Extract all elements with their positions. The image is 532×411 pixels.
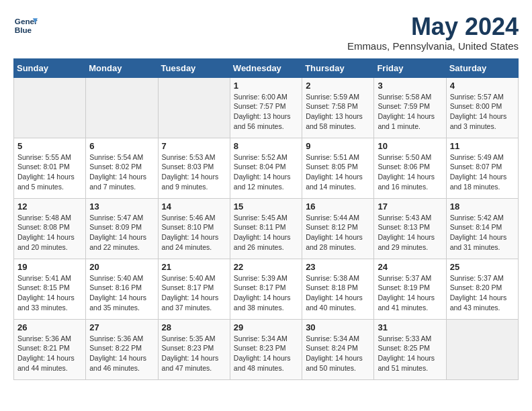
page-header: General Blue May 2024 Emmaus, Pennsylvan…	[13, 13, 519, 52]
day-info: Sunrise: 5:43 AMSunset: 8:13 PMDaylight:…	[378, 213, 442, 253]
calendar-cell: 6Sunrise: 5:54 AMSunset: 8:02 PMDaylight…	[86, 138, 158, 198]
day-number: 7	[162, 141, 226, 151]
day-info: Sunrise: 5:49 AMSunset: 8:07 PMDaylight:…	[450, 152, 515, 192]
day-info: Sunrise: 5:37 AMSunset: 8:19 PMDaylight:…	[378, 273, 442, 313]
weekday-header-monday: Monday	[86, 58, 158, 77]
day-number: 23	[306, 262, 370, 272]
day-info: Sunrise: 5:36 AMSunset: 8:21 PMDaylight:…	[17, 334, 82, 373]
day-number: 20	[89, 262, 154, 272]
day-info: Sunrise: 5:51 AMSunset: 8:05 PMDaylight:…	[306, 152, 370, 192]
day-number: 29	[234, 322, 298, 332]
day-info: Sunrise: 5:42 AMSunset: 8:14 PMDaylight:…	[450, 213, 515, 253]
day-info: Sunrise: 5:47 AMSunset: 8:09 PMDaylight:…	[89, 213, 154, 253]
weekday-header-thursday: Thursday	[302, 58, 374, 77]
calendar-cell: 1Sunrise: 6:00 AMSunset: 7:57 PMDaylight…	[230, 77, 302, 138]
day-info: Sunrise: 5:45 AMSunset: 8:11 PMDaylight:…	[234, 213, 298, 253]
svg-text:General: General	[15, 17, 38, 26]
calendar-cell: 17Sunrise: 5:43 AMSunset: 8:13 PMDayligh…	[374, 198, 446, 259]
calendar-cell: 9Sunrise: 5:51 AMSunset: 8:05 PMDaylight…	[302, 138, 374, 198]
day-info: Sunrise: 6:00 AMSunset: 7:57 PMDaylight:…	[234, 92, 298, 132]
day-info: Sunrise: 5:37 AMSunset: 8:20 PMDaylight:…	[450, 273, 515, 313]
day-info: Sunrise: 5:50 AMSunset: 8:06 PMDaylight:…	[378, 152, 442, 192]
day-number: 15	[234, 201, 298, 212]
day-number: 27	[89, 322, 154, 332]
day-number: 4	[450, 81, 515, 91]
calendar-cell: 20Sunrise: 5:40 AMSunset: 8:16 PMDayligh…	[86, 259, 158, 319]
logo: General Blue	[13, 13, 38, 38]
weekday-header-friday: Friday	[374, 58, 446, 77]
day-number: 31	[378, 322, 442, 332]
day-number: 10	[378, 141, 442, 151]
day-number: 5	[17, 141, 82, 151]
calendar-cell: 7Sunrise: 5:53 AMSunset: 8:03 PMDaylight…	[158, 138, 230, 198]
calendar-cell: 14Sunrise: 5:46 AMSunset: 8:10 PMDayligh…	[158, 198, 230, 259]
calendar-cell: 10Sunrise: 5:50 AMSunset: 8:06 PMDayligh…	[374, 138, 446, 198]
day-info: Sunrise: 5:52 AMSunset: 8:04 PMDaylight:…	[234, 152, 298, 192]
calendar-cell	[158, 77, 230, 138]
calendar-cell: 4Sunrise: 5:57 AMSunset: 8:00 PMDaylight…	[446, 77, 518, 138]
day-info: Sunrise: 5:57 AMSunset: 8:00 PMDaylight:…	[450, 92, 515, 132]
day-number: 30	[306, 322, 370, 332]
calendar-cell: 15Sunrise: 5:45 AMSunset: 8:11 PMDayligh…	[230, 198, 302, 259]
title-section: May 2024 Emmaus, Pennsylvania, United St…	[347, 13, 519, 52]
day-info: Sunrise: 5:59 AMSunset: 7:58 PMDaylight:…	[306, 92, 370, 132]
day-info: Sunrise: 5:35 AMSunset: 8:23 PMDaylight:…	[162, 334, 226, 373]
calendar-cell: 29Sunrise: 5:34 AMSunset: 8:23 PMDayligh…	[230, 319, 302, 379]
day-info: Sunrise: 5:53 AMSunset: 8:03 PMDaylight:…	[162, 152, 226, 192]
calendar-cell: 22Sunrise: 5:39 AMSunset: 8:17 PMDayligh…	[230, 259, 302, 319]
day-number: 1	[234, 81, 298, 91]
calendar-cell: 23Sunrise: 5:38 AMSunset: 8:18 PMDayligh…	[302, 259, 374, 319]
day-number: 11	[450, 141, 515, 151]
day-info: Sunrise: 5:55 AMSunset: 8:01 PMDaylight:…	[17, 152, 82, 192]
day-info: Sunrise: 5:54 AMSunset: 8:02 PMDaylight:…	[89, 152, 154, 192]
calendar-cell: 12Sunrise: 5:48 AMSunset: 8:08 PMDayligh…	[14, 198, 86, 259]
calendar-cell: 26Sunrise: 5:36 AMSunset: 8:21 PMDayligh…	[14, 319, 86, 379]
calendar-cell: 18Sunrise: 5:42 AMSunset: 8:14 PMDayligh…	[446, 198, 518, 259]
day-number: 17	[378, 201, 442, 212]
month-title: May 2024	[347, 13, 519, 40]
calendar-cell: 16Sunrise: 5:44 AMSunset: 8:12 PMDayligh…	[302, 198, 374, 259]
day-number: 18	[450, 201, 515, 212]
day-number: 16	[306, 201, 370, 212]
calendar-cell: 21Sunrise: 5:40 AMSunset: 8:17 PMDayligh…	[158, 259, 230, 319]
day-number: 19	[17, 262, 82, 272]
day-info: Sunrise: 5:36 AMSunset: 8:22 PMDaylight:…	[89, 334, 154, 373]
day-info: Sunrise: 5:46 AMSunset: 8:10 PMDaylight:…	[162, 213, 226, 253]
day-number: 3	[378, 81, 442, 91]
day-number: 12	[17, 201, 82, 212]
day-info: Sunrise: 5:40 AMSunset: 8:17 PMDaylight:…	[162, 273, 226, 313]
weekday-header-wednesday: Wednesday	[230, 58, 302, 77]
day-number: 14	[162, 201, 226, 212]
day-info: Sunrise: 5:41 AMSunset: 8:15 PMDaylight:…	[17, 273, 82, 313]
calendar-cell: 24Sunrise: 5:37 AMSunset: 8:19 PMDayligh…	[374, 259, 446, 319]
calendar-cell	[14, 77, 86, 138]
calendar-cell: 31Sunrise: 5:33 AMSunset: 8:25 PMDayligh…	[374, 319, 446, 379]
day-number: 22	[234, 262, 298, 272]
location: Emmaus, Pennsylvania, United States	[347, 40, 519, 52]
calendar-cell: 27Sunrise: 5:36 AMSunset: 8:22 PMDayligh…	[86, 319, 158, 379]
day-number: 25	[450, 262, 515, 272]
day-number: 9	[306, 141, 370, 151]
weekday-header-sunday: Sunday	[14, 58, 86, 77]
day-number: 2	[306, 81, 370, 91]
day-info: Sunrise: 5:34 AMSunset: 8:23 PMDaylight:…	[234, 334, 298, 373]
day-number: 21	[162, 262, 226, 272]
calendar-table: SundayMondayTuesdayWednesdayThursdayFrid…	[13, 58, 519, 380]
calendar-cell	[86, 77, 158, 138]
day-info: Sunrise: 5:33 AMSunset: 8:25 PMDaylight:…	[378, 334, 442, 373]
calendar-cell: 5Sunrise: 5:55 AMSunset: 8:01 PMDaylight…	[14, 138, 86, 198]
calendar-cell: 19Sunrise: 5:41 AMSunset: 8:15 PMDayligh…	[14, 259, 86, 319]
calendar-cell	[446, 319, 518, 379]
day-number: 13	[89, 201, 154, 212]
weekday-header-tuesday: Tuesday	[158, 58, 230, 77]
calendar-cell: 25Sunrise: 5:37 AMSunset: 8:20 PMDayligh…	[446, 259, 518, 319]
day-info: Sunrise: 5:58 AMSunset: 7:59 PMDaylight:…	[378, 92, 442, 132]
calendar-cell: 3Sunrise: 5:58 AMSunset: 7:59 PMDaylight…	[374, 77, 446, 138]
day-info: Sunrise: 5:38 AMSunset: 8:18 PMDaylight:…	[306, 273, 370, 313]
calendar-cell: 30Sunrise: 5:34 AMSunset: 8:24 PMDayligh…	[302, 319, 374, 379]
day-number: 26	[17, 322, 82, 332]
day-number: 28	[162, 322, 226, 332]
day-number: 24	[378, 262, 442, 272]
calendar-cell: 13Sunrise: 5:47 AMSunset: 8:09 PMDayligh…	[86, 198, 158, 259]
day-number: 8	[234, 141, 298, 151]
